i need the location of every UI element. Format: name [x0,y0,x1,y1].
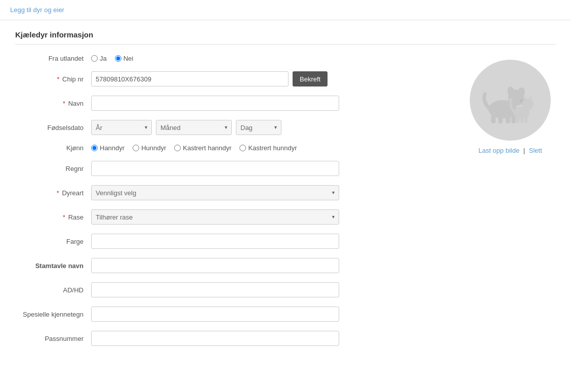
delete-image-link[interactable]: Slett [529,147,542,154]
page-content: Kjæledyr informasjon Fra utlandet Ja Nei [0,20,571,365]
year-select[interactable]: År [91,120,152,135]
day-wrapper: Dag [236,120,281,135]
rase-select[interactable]: Tilhører rase [91,209,339,225]
gender-hanndyr-radio[interactable] [91,145,98,151]
gender-kastrert-hunndyr-text: Kastrert hunndyr [248,144,297,152]
dyreart-required-star: * [57,189,59,197]
passnummer-input[interactable] [91,331,339,346]
pet-silhouette-icon [480,70,541,130]
month-wrapper: Måned [156,120,232,135]
form-fields: Fra utlandet Ja Nei * Chip nr [15,55,444,355]
form-area: Fra utlandet Ja Nei * Chip nr [15,55,556,355]
svg-point-11 [522,99,534,110]
gender-hanndyr-text: Hanndyr [100,144,125,152]
upload-image-link[interactable]: Last opp bilde [478,147,519,154]
dyreart-row: * Dyreart Vennligst velg [15,185,444,200]
svg-rect-7 [498,115,503,123]
dyreart-label: * Dyreart [15,189,91,197]
adhd-row: AD/HD [15,282,444,297]
radio-nei-text: Nei [124,55,134,62]
gender-kastrert-hanndyr-label[interactable]: Kastrert hanndyr [174,144,231,152]
pet-image-links: Last opp bilde | Slett [478,147,542,154]
gender-hanndyr-label[interactable]: Hanndyr [91,144,125,152]
stamtavle-input[interactable] [91,258,339,273]
day-select[interactable]: Dag [236,120,281,135]
dyreart-select[interactable]: Vennligst velg [91,185,339,200]
gender-hunndyr-radio[interactable] [133,145,139,151]
gender-kastrert-hunndyr-label[interactable]: Kastrert hunndyr [239,144,297,152]
pet-avatar [470,60,551,141]
navn-row: * Navn [15,96,444,111]
gender-hunndyr-text: Hunndyr [141,144,166,152]
navn-input[interactable] [91,96,339,111]
stamtavle-row: Stamtavle navn [15,258,444,273]
svg-point-5 [520,100,523,102]
bekreft-button[interactable]: Bekreft [293,71,328,86]
chip-required-star: * [57,75,59,83]
svg-rect-16 [524,117,527,123]
rase-row: * Rase Tilhører rase [15,209,444,225]
pet-image-area: Last opp bilde | Slett [465,55,556,355]
svg-rect-14 [516,116,519,123]
navn-required-star: * [63,100,65,107]
fra-utlandet-group: Ja Nei [91,55,133,62]
gender-group: Hanndyr Hunndyr Kastrert hanndyr Kastrer… [91,144,297,152]
chip-input-area: Bekreft [91,71,328,86]
spesielle-input[interactable] [91,307,339,322]
gender-kastrert-hanndyr-radio[interactable] [174,145,181,151]
radio-nei[interactable] [115,55,121,62]
passnummer-label: Passnummer [15,335,91,342]
rase-label: * Rase [15,213,91,221]
navn-label: * Navn [15,100,91,107]
radio-ja-label[interactable]: Ja [91,55,107,62]
gender-kastrert-hanndyr-text: Kastrert hanndyr [183,144,231,152]
regnr-row: Regnr [15,161,444,176]
radio-ja-text: Ja [100,55,107,62]
section-title: Kjæledyr informasjon [15,30,556,45]
chip-nr-row: * Chip nr Bekreft [15,71,444,86]
chip-nr-input[interactable] [91,71,289,86]
svg-rect-15 [520,117,523,123]
page-header: Legg til dyr og eier [0,0,571,20]
month-select[interactable]: Måned [156,120,232,135]
kjonn-label: Kjønn [15,144,91,152]
farge-row: Farge [15,234,444,249]
fodselsdato-row: Fødselsdato År Måned Dag [15,120,444,135]
fra-utlandet-label: Fra utlandet [15,55,91,62]
radio-nei-label[interactable]: Nei [115,55,134,62]
svg-marker-13 [528,95,532,100]
rase-wrapper: Tilhører rase [91,209,339,225]
gender-kastrert-hunndyr-radio[interactable] [239,145,246,151]
dyreart-wrapper: Vennligst velg [91,185,339,200]
farge-input[interactable] [91,234,339,249]
gender-hunndyr-label[interactable]: Hunndyr [133,144,166,152]
spesielle-row: Spesielle kjennetegn [15,307,444,322]
adhd-label: AD/HD [15,286,91,294]
regnr-label: Regnr [15,165,91,172]
svg-rect-8 [506,115,510,123]
passnummer-row: Passnummer [15,331,444,346]
breadcrumb-link[interactable]: Legg til dyr og eier [10,6,64,14]
link-separator: | [523,147,525,154]
spesielle-label: Spesielle kjennetegn [15,311,91,318]
farge-label: Farge [15,238,91,245]
chip-nr-label: * Chip nr [15,75,91,83]
radio-ja[interactable] [91,55,98,62]
rase-required-star: * [63,213,65,221]
svg-rect-6 [491,114,496,123]
date-row: År Måned Dag [91,120,281,135]
regnr-input[interactable] [91,161,339,176]
stamtavle-label: Stamtavle navn [15,262,91,270]
adhd-input[interactable] [91,282,339,297]
year-wrapper: År [91,120,152,135]
kjonn-row: Kjønn Hanndyr Hunndyr Kastrert hanndyr [15,144,444,152]
fra-utlandet-row: Fra utlandet Ja Nei [15,55,444,62]
fodselsdato-label: Fødselsdato [15,124,91,132]
